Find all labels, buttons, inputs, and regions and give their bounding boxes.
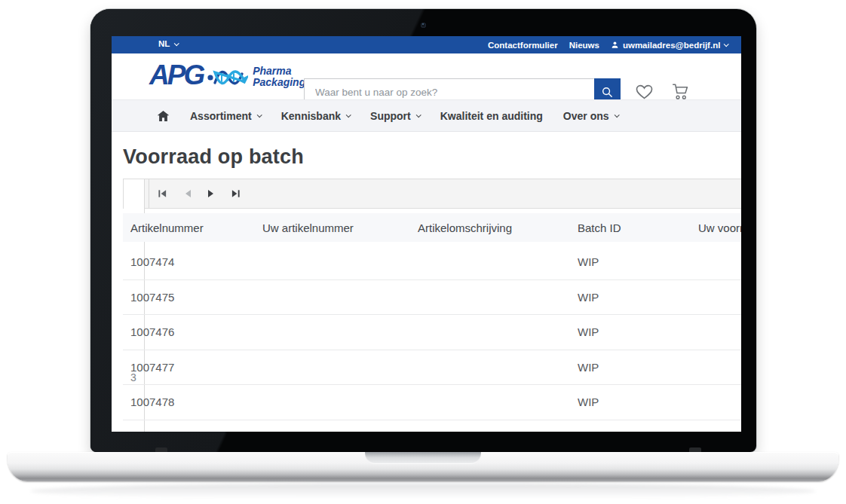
wishlist-button[interactable] <box>634 82 654 100</box>
cell-artikelnummer: 1007477 <box>130 350 174 385</box>
site-header: APG Pharma Packaging <box>112 53 741 99</box>
laptop-reflection <box>30 484 816 499</box>
cell-batch-id: WIP <box>578 350 599 385</box>
logo-text: APG <box>149 60 203 91</box>
nav-item-kennisbank[interactable]: Kennisbank <box>281 110 350 122</box>
nav-item-support[interactable]: Support <box>370 110 420 122</box>
main-nav: Assortiment Kennisbank Support Kwaliteit… <box>112 99 741 132</box>
column-header-batch-id[interactable]: Batch ID <box>578 213 621 242</box>
home-icon <box>157 110 170 122</box>
chevron-down-icon <box>256 112 262 118</box>
webcam-icon <box>421 23 426 28</box>
column-header-uw-voorraad[interactable]: Uw voorraad <box>698 213 741 242</box>
chevron-down-icon <box>174 41 179 46</box>
language-selector[interactable]: NL <box>158 39 178 48</box>
news-link[interactable]: Nieuws <box>569 41 599 50</box>
chevron-down-icon <box>724 41 729 47</box>
table-row[interactable]: 1007477 WIP <box>123 350 741 386</box>
nav-item-assortiment[interactable]: Assortiment <box>190 110 261 122</box>
cart-icon <box>670 82 690 101</box>
nav-item-over-ons[interactable]: Over ons <box>563 110 618 122</box>
grid-toolbar: 1 2 3 <box>123 179 741 209</box>
heart-icon <box>634 82 654 100</box>
previous-page-button[interactable] <box>175 179 200 208</box>
top-utility-bar: NL Contactformulier Nieuws uwmailadres@b… <box>112 36 741 53</box>
laptop-base-notch <box>365 452 481 464</box>
account-menu[interactable]: uwmailadres@bedrijf.nl <box>611 41 728 50</box>
cell-artikelnummer: 1007475 <box>130 280 174 315</box>
column-header-artikelomschrijving[interactable]: Artikelomschrijving <box>418 213 512 242</box>
dna-helix-icon <box>207 66 248 89</box>
table-row[interactable]: 1007476 WIP <box>123 315 741 350</box>
column-header-artikelnummer[interactable]: Artikelnummer <box>130 213 204 242</box>
cell-artikelnummer: 1007476 <box>130 315 174 350</box>
table-row[interactable]: 1007478 WIP <box>123 385 741 420</box>
first-page-button[interactable] <box>149 179 175 208</box>
table-row[interactable]: 1007474 WIP <box>123 245 741 280</box>
last-page-icon <box>231 189 241 198</box>
previous-page-icon <box>184 189 192 198</box>
topbar-links: Contactformulier Nieuws uwmailadres@bedr… <box>488 36 728 53</box>
laptop-screen: NL Contactformulier Nieuws uwmailadres@b… <box>112 36 741 432</box>
cart-button[interactable] <box>670 82 690 101</box>
laptop-base <box>8 452 838 481</box>
logo-tagline: Pharma Packaging <box>253 66 305 88</box>
cell-artikelnummer: 1007474 <box>130 245 174 279</box>
nav-item-kwaliteit[interactable]: Kwaliteit en auditing <box>440 110 543 122</box>
contact-link[interactable]: Contactformulier <box>488 41 558 50</box>
laptop-mockup: NL Contactformulier Nieuws uwmailadres@b… <box>0 0 846 504</box>
table-header-row: Artikelnummer Uw artikelnummer Artikelom… <box>123 213 741 242</box>
language-label: NL <box>158 39 170 48</box>
laptop-screen-shell: NL Contactformulier Nieuws uwmailadres@b… <box>90 9 756 452</box>
search-icon <box>601 86 614 99</box>
cell-batch-id: WIP <box>578 385 599 420</box>
chevron-down-icon <box>346 112 351 118</box>
cell-batch-id: WIP <box>578 280 599 315</box>
last-page-button[interactable] <box>222 179 248 208</box>
first-page-icon <box>158 189 167 198</box>
table-row[interactable]: 1007475 WIP <box>123 280 741 316</box>
cell-batch-id: WIP <box>578 315 599 350</box>
next-page-button[interactable] <box>200 179 222 208</box>
cell-artikelnummer: 1007478 <box>130 385 174 420</box>
site-logo[interactable]: APG Pharma Packaging <box>149 60 305 91</box>
chevron-down-icon <box>614 112 619 118</box>
cell-batch-id: WIP <box>578 245 599 279</box>
column-header-uw-artikelnummer[interactable]: Uw artikelnummer <box>262 213 354 242</box>
webpage: NL Contactformulier Nieuws uwmailadres@b… <box>112 36 741 432</box>
nav-home[interactable] <box>157 110 170 122</box>
user-icon <box>611 41 619 49</box>
next-page-icon <box>207 189 215 198</box>
table-body: 1007474 WIP 1007475 WIP 100747 <box>123 245 741 420</box>
account-email: uwmailadres@bedrijf.nl <box>623 41 720 50</box>
page-title: Voorraad op batch <box>123 145 304 169</box>
chevron-down-icon <box>415 112 421 118</box>
